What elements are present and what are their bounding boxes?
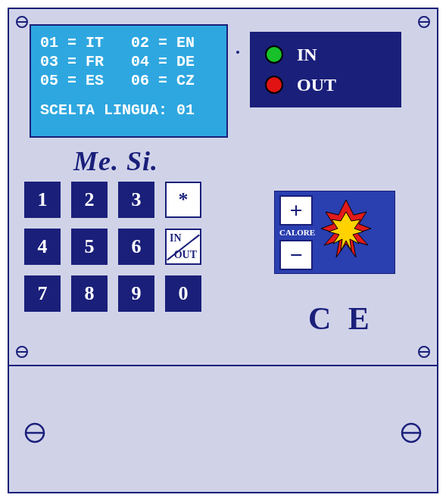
lcd-line2-right: 04 = DE xyxy=(131,53,195,70)
key-9[interactable]: 9 xyxy=(118,275,154,312)
screw-icon xyxy=(417,345,431,359)
lcd-display: 01 = IT 02 = EN 03 = FR 04 = DE 05 = ES … xyxy=(30,24,228,138)
led-row-in: IN xyxy=(257,39,394,70)
lower-section xyxy=(9,366,437,493)
lcd-line1-left: 01 = IT xyxy=(40,34,104,51)
lcd-prompt: SCELTA LINGUA: 01 xyxy=(40,101,217,120)
screw-icon xyxy=(15,15,29,29)
key-7[interactable]: 7 xyxy=(24,275,61,312)
keypad: 1 2 3 * 4 5 6 IN OUT 7 8 9 0 xyxy=(24,182,221,322)
brand-label: Me. Si. xyxy=(73,145,158,177)
key-star[interactable]: * xyxy=(165,182,201,218)
screw-icon xyxy=(417,15,431,29)
in-label: IN xyxy=(297,45,317,65)
led-row-out: OUT xyxy=(257,70,394,100)
heat-minus-button[interactable]: − xyxy=(279,240,313,270)
key-5[interactable]: 5 xyxy=(71,229,108,265)
out-label: OUT xyxy=(297,75,336,95)
control-panel: 01 = IT 02 = EN 03 = FR 04 = DE 05 = ES … xyxy=(8,8,438,493)
ce-mark: C E xyxy=(308,300,374,337)
led-red-icon xyxy=(265,76,283,94)
lcd-line3-left: 05 = ES xyxy=(40,72,104,89)
upper-section: 01 = IT 02 = EN 03 = FR 04 = DE 05 = ES … xyxy=(9,9,437,366)
key-1[interactable]: 1 xyxy=(24,182,61,218)
lcd-line2-left: 03 = FR xyxy=(40,53,104,70)
lcd-line3-right: 06 = CZ xyxy=(131,72,195,89)
key-inout-top: IN xyxy=(170,233,182,244)
heat-label: CALORE xyxy=(279,229,315,237)
heat-plus-button[interactable]: + xyxy=(279,195,313,226)
in-out-led-panel: IN OUT xyxy=(250,32,401,107)
key-0[interactable]: 0 xyxy=(165,275,201,312)
key-inout-bot: OUT xyxy=(174,250,197,260)
key-2[interactable]: 2 xyxy=(71,182,108,218)
key-in-out[interactable]: IN OUT xyxy=(165,229,201,265)
dot-icon xyxy=(236,51,239,54)
key-3[interactable]: 3 xyxy=(118,182,154,218)
heat-control-panel: + CALORE − xyxy=(274,191,395,274)
screw-icon xyxy=(15,345,29,359)
screw-icon xyxy=(24,422,45,443)
key-4[interactable]: 4 xyxy=(24,229,61,265)
screw-icon xyxy=(401,422,422,443)
led-green-icon xyxy=(265,45,283,64)
key-8[interactable]: 8 xyxy=(71,275,108,312)
key-6[interactable]: 6 xyxy=(118,229,154,265)
lcd-line1-right: 02 = EN xyxy=(131,34,195,51)
flame-icon xyxy=(320,198,373,266)
